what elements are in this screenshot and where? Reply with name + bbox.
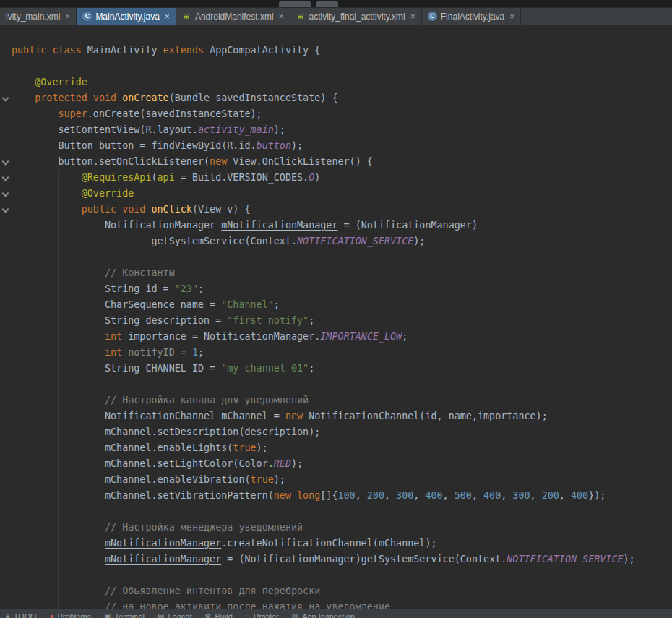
- android-icon: [182, 12, 191, 21]
- toolwindow-button-label: Profiler: [254, 612, 279, 618]
- terminal-icon: ▣: [104, 613, 111, 618]
- code-line: [0, 59, 672, 74]
- code-line: protected void onCreate(Bundle savedInst…: [0, 90, 672, 106]
- tab-label: FinalActivity.java: [441, 12, 504, 22]
- android-studio-window: ivity_main.xml×CMainActivity.java×Androi…: [0, 0, 672, 618]
- code-area: public class MainActivity extends AppCom…: [0, 43, 672, 609]
- code-line: mChannel.enableLights(true);: [0, 440, 672, 456]
- titlebar: [0, 0, 672, 7]
- code-line: int notifyID = 1;: [0, 345, 672, 361]
- toolwindow-button-todo[interactable]: ≡TODO: [6, 609, 36, 618]
- code-line: @Override: [0, 74, 672, 90]
- app-inspection-icon: ▥: [292, 613, 298, 618]
- editor-tab[interactable]: ivity_main.xml×: [0, 8, 77, 25]
- close-tab-icon[interactable]: ×: [410, 12, 415, 21]
- close-tab-icon[interactable]: ×: [279, 12, 284, 21]
- code-line: String CHANNEL_ID = "my_channel_01";: [0, 361, 672, 377]
- editor-tab[interactable]: CFinalActivity.java×: [422, 8, 522, 25]
- build-icon: ⚙: [204, 613, 211, 618]
- code-line: mNotificationManager = (NotificationMana…: [0, 552, 672, 567]
- close-tab-icon[interactable]: ×: [165, 12, 170, 21]
- toolwindow-button-label: Problems: [57, 612, 90, 618]
- code-line: // на новое активити после нажатия на ув…: [0, 599, 672, 609]
- code-line: String description = "first notify";: [0, 313, 672, 329]
- toolwindow-button-build[interactable]: ⚙Build: [204, 609, 232, 618]
- editor-tab[interactable]: CMainActivity.java×: [77, 8, 176, 25]
- toolwindow-button-label: Logcat: [168, 612, 191, 618]
- code-line: // Обьявление интентов для переброски: [0, 583, 672, 599]
- code-line: [0, 249, 672, 265]
- code-line: public class MainActivity extends AppCom…: [0, 43, 672, 59]
- code-line: mNotificationManager.createNotificationC…: [0, 536, 672, 552]
- toolwindow-button-label: Build: [215, 612, 232, 618]
- code-line: mChannel.setDescription(description);: [0, 424, 672, 440]
- code-line: @Override: [0, 186, 672, 202]
- code-line: // Настройка канала для уведомлений: [0, 392, 672, 408]
- toolwindow-button-label: Terminal: [114, 612, 145, 618]
- close-tab-icon[interactable]: ×: [509, 12, 514, 21]
- tab-label: activity_final_acttivity.xml: [309, 12, 405, 22]
- toolwindow-button-app-inspection[interactable]: ▥App Inspection: [292, 609, 355, 618]
- logcat-icon: ▤: [158, 613, 164, 618]
- code-editor[interactable]: public class MainActivity extends AppCom…: [0, 25, 672, 609]
- profiler-icon: ◌: [246, 613, 250, 618]
- toolwindow-button-logcat[interactable]: ▤Logcat: [158, 609, 191, 618]
- editor-tab-bar: ivity_main.xml×CMainActivity.java×Androi…: [0, 7, 672, 25]
- code-line: [0, 377, 672, 392]
- java-class-icon: C: [82, 12, 92, 21]
- toolwindow-button-problems[interactable]: ●Problems: [49, 609, 91, 618]
- code-line: getSystemService(Context.NOTIFICATION_SE…: [0, 233, 672, 249]
- code-line: mChannel.enableVibration(true);: [0, 472, 672, 488]
- code-line: String id = "23";: [0, 281, 672, 297]
- code-line: // Константы: [0, 265, 672, 281]
- toolbar-widget[interactable]: [316, 1, 338, 7]
- toolwindow-button-profiler[interactable]: ◌Profiler: [246, 609, 279, 618]
- code-line: // Настройка менеджера уведомлений: [0, 520, 672, 536]
- code-line: @RequiresApi(api = Build.VERSION_CODES.O…: [0, 170, 672, 186]
- toolwindow-button-label: App Inspection: [302, 612, 355, 618]
- problems-icon: ●: [49, 613, 53, 618]
- code-line: public void onClick(View v) {: [0, 202, 672, 218]
- tab-label: MainActivity.java: [95, 12, 159, 22]
- toolbar-widget[interactable]: [279, 1, 311, 7]
- code-line: super.onCreate(savedInstanceState);: [0, 106, 672, 122]
- tool-window-bar: ≡TODO●Problems▣Terminal▤Logcat⚙Build◌Pro…: [0, 609, 672, 618]
- toolwindow-button-terminal[interactable]: ▣Terminal: [104, 609, 145, 618]
- code-line: mChannel.setLightColor(Color.RED);: [0, 456, 672, 472]
- editor-tab[interactable]: AndroidManifest.xml×: [176, 8, 290, 25]
- code-line: NotificationManager mNotificationManager…: [0, 218, 672, 233]
- code-line: [0, 504, 672, 520]
- toolwindow-button-label: TODO: [14, 612, 37, 618]
- code-line: CharSequence name = "Channel";: [0, 297, 672, 313]
- android-icon: [296, 12, 306, 21]
- todo-icon: ≡: [6, 613, 10, 618]
- tab-label: ivity_main.xml: [6, 12, 60, 22]
- editor-tab[interactable]: activity_final_acttivity.xml×: [290, 8, 422, 25]
- code-line: Button button = findViewById(R.id.button…: [0, 138, 672, 154]
- code-line: setContentView(R.layout.activity_main);: [0, 122, 672, 138]
- code-line: mChannel.setVibrationPattern(new long[]{…: [0, 488, 672, 504]
- code-line: NotificationChannel mChannel = new Notif…: [0, 408, 672, 424]
- code-line: int importance = NotificationManager.IMP…: [0, 329, 672, 345]
- java-class-icon: C: [428, 12, 437, 21]
- close-tab-icon[interactable]: ×: [65, 12, 70, 21]
- tab-label: AndroidManifest.xml: [195, 12, 274, 22]
- code-line: [0, 567, 672, 583]
- code-line: button.setOnClickListener(new View.OnCli…: [0, 154, 672, 170]
